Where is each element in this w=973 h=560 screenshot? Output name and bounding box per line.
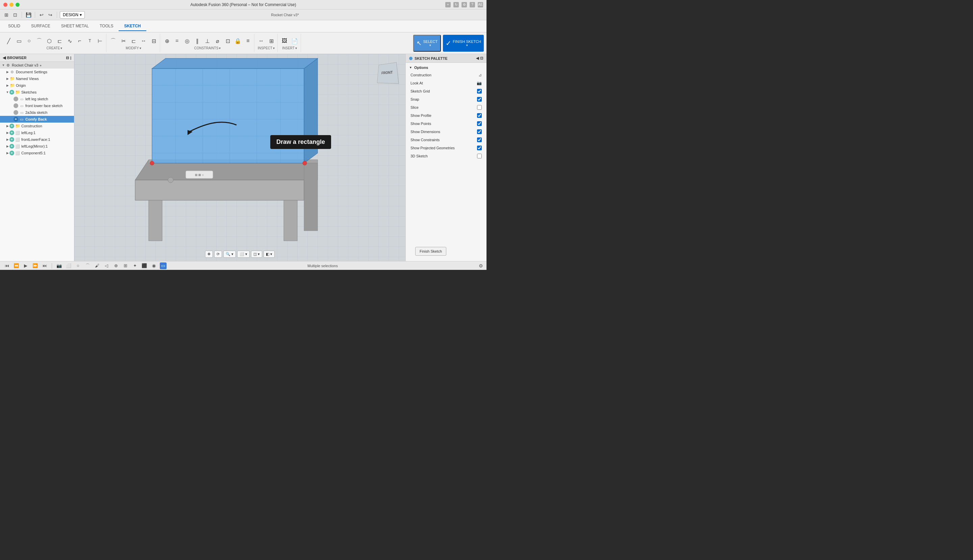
dxf-tool[interactable]: 📄 [290, 36, 299, 46]
circle-select-button[interactable]: ○ [75, 262, 82, 269]
palette-pin-icon[interactable]: ⊡ [480, 56, 483, 60]
account-button[interactable]: AE [478, 2, 483, 7]
leftleg1-visibility-icon[interactable]: 👁 [10, 130, 14, 135]
zoom-button[interactable]: 🔍 ▾ [223, 251, 236, 258]
coincident-tool[interactable]: ⊕ [162, 36, 172, 46]
show-constraints-checkbox[interactable] [477, 137, 482, 142]
look-at-icon[interactable]: 📷 [477, 81, 482, 85]
tab-solid[interactable]: SOLID [3, 22, 26, 31]
snap-label[interactable]: Snap [411, 97, 419, 101]
lasso-select-button[interactable]: ⌒ [84, 262, 91, 269]
equal-tool[interactable]: ≡ [243, 36, 253, 46]
browser-item-comfy-back[interactable]: 👁 ▭ Comfy Back [0, 116, 74, 123]
create-label[interactable]: CREATE ▾ [47, 46, 62, 50]
finish-sketch-button[interactable]: ✓ FINISH SKETCH ▾ [443, 35, 484, 52]
sketch-grid-label[interactable]: Sketch Grid [411, 89, 430, 93]
browser-item-frontlowerface1[interactable]: ▶ 👁 ⬜ frontLowerFace:1 [0, 136, 74, 143]
insert-label[interactable]: INSERT ▾ [282, 46, 297, 50]
construction-checkbox-label[interactable]: Construction [411, 73, 431, 77]
slot-tool[interactable]: ⊏ [55, 36, 64, 46]
help-button[interactable]: ? [470, 2, 475, 7]
extend-tool[interactable]: ↔ [139, 36, 148, 46]
undo-button[interactable]: ↩ [38, 11, 45, 18]
inspect-tool[interactable]: ⊞ [267, 36, 276, 46]
step-back-button[interactable]: ⏪ [13, 262, 20, 269]
dim-tool[interactable]: ⊢ [95, 36, 105, 46]
show-profile-label[interactable]: Show Profile [411, 113, 431, 118]
settings-gear-icon[interactable]: ⚙ [479, 263, 483, 268]
refresh-button[interactable]: ↻ [453, 2, 459, 7]
mirror-tool[interactable]: ⊟ [149, 36, 159, 46]
3d-sketch-label[interactable]: 3D Sketch [411, 154, 428, 158]
palette-finish-sketch-button[interactable]: Finish Sketch [415, 247, 446, 256]
box-select-button[interactable]: ⬜ [65, 262, 72, 269]
browser-item-left-leg-sketch[interactable]: ▭ left leg sketch [0, 96, 74, 102]
parallel-tool[interactable]: ∥ [193, 36, 202, 46]
line-tool[interactable]: ╱ [4, 36, 13, 46]
measure-status-button[interactable]: ◁ [103, 262, 110, 269]
spline-tool[interactable]: ∿ [65, 36, 74, 46]
inspect-label[interactable]: INSPECT ▾ [258, 46, 275, 50]
design-dropdown[interactable]: DESIGN ▾ [60, 11, 85, 18]
tab-sketch[interactable]: SKETCH [118, 22, 146, 31]
show-projected-geometries-checkbox[interactable] [477, 145, 482, 150]
frontlowerface1-visibility-icon[interactable]: 👁 [10, 137, 14, 142]
left-leg-visibility-icon[interactable] [13, 97, 18, 101]
origin-status-button[interactable]: ✦ [132, 262, 138, 269]
close-button[interactable] [3, 3, 7, 7]
show-points-label[interactable]: Show Points [411, 122, 431, 126]
comfy-back-visibility-icon[interactable]: 👁 [13, 117, 18, 122]
play-button[interactable]: ▶ [22, 262, 29, 269]
maximize-button[interactable] [15, 3, 20, 7]
fillet-tool-c[interactable]: ⌐ [75, 36, 85, 46]
3d-sketch-checkbox[interactable] [477, 154, 482, 158]
perp-tool[interactable]: ⊥ [203, 36, 212, 46]
show-dimensions-checkbox[interactable] [477, 129, 482, 134]
browser-back-icon[interactable]: ◀ [3, 55, 6, 60]
paint-select-button[interactable]: 🖌 [93, 262, 100, 269]
circle-tool[interactable]: ○ [24, 36, 34, 46]
snap-status-button[interactable]: ⊕ [112, 262, 119, 269]
sym-tool[interactable]: ⊡ [223, 36, 232, 46]
tab-sheet-metal[interactable]: SHEET METAL [56, 22, 94, 31]
browser-item-doc-settings[interactable]: ▶ ⚙ Document Settings [0, 68, 74, 75]
arc-tool[interactable]: ⌒ [35, 36, 44, 46]
play-back-button[interactable]: ⏮ [3, 262, 10, 269]
minimize-button[interactable] [10, 3, 13, 7]
browser-item-origin[interactable]: ▶ 📁 Origin [0, 82, 74, 89]
sketch-grid-checkbox[interactable] [477, 89, 482, 93]
polygon-tool[interactable]: ⬡ [45, 36, 54, 46]
browser-item-named-views[interactable]: ▶ 📁 Named Views [0, 75, 74, 82]
palette-collapse-icon[interactable]: ◀ [476, 56, 479, 60]
measure-tool[interactable]: ↔ [256, 36, 266, 46]
browser-item-front-lower-face-sketch[interactable]: ▭ front lower face sketch [0, 102, 74, 109]
apps-icon[interactable]: ⊡ [12, 11, 19, 18]
fillet-tool[interactable]: ⌒ [108, 36, 118, 46]
add-tab-button[interactable]: + [445, 2, 451, 7]
step-forward-button[interactable]: ⏩ [32, 262, 38, 269]
tangent-tool[interactable]: ⌀ [213, 36, 222, 46]
tab-tools[interactable]: TOOLS [94, 22, 118, 31]
redo-button[interactable]: ↪ [47, 11, 54, 18]
show-points-checkbox[interactable] [477, 121, 482, 126]
settings-button[interactable]: ⚙ [462, 2, 467, 7]
palette-section-options-title[interactable]: ▼ Options [406, 64, 486, 71]
save-button[interactable]: 💾 [25, 11, 32, 18]
browser-item-component5-1[interactable]: ▶ 👁 ⬜ Component5:1 [0, 150, 74, 157]
viewport[interactable]: ⊞ ⊠ ○ Draw a rectangle FRONT ✥ ⟳ 🔍 [74, 54, 406, 261]
show-profile-checkbox[interactable] [477, 113, 482, 118]
constraints-label[interactable]: CONSTRAINTS ▾ [194, 46, 221, 50]
sketches-visibility-icon[interactable]: 👁 [10, 90, 14, 95]
orbit-button[interactable]: ⟳ [214, 251, 222, 258]
browser-item-construction[interactable]: ▶ 👁 📁 Construction [0, 123, 74, 129]
text-tool[interactable]: T [85, 36, 95, 46]
camera-button[interactable]: 📷 [56, 262, 62, 269]
show-constraints-label[interactable]: Show Constraints [411, 138, 439, 142]
offset-tool[interactable]: ⊏ [129, 36, 138, 46]
effects-button[interactable]: ◧ ▾ [264, 251, 275, 258]
front-lower-visibility-icon[interactable] [13, 103, 18, 108]
slice-label[interactable]: Slice [411, 105, 419, 110]
browser-item-2a3da-sketch[interactable]: ▭ 2a3da sketch [0, 109, 74, 116]
view-controls-button[interactable]: ✥ [205, 251, 213, 258]
cube-face-front[interactable]: FRONT [377, 62, 399, 84]
